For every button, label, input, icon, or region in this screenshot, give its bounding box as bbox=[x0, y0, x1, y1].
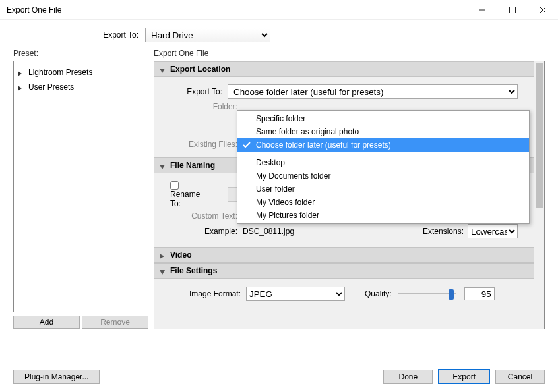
slider-thumb[interactable] bbox=[449, 289, 454, 300]
settings-column-label: Export One File bbox=[154, 45, 545, 61]
dropdown-option-label: Same folder as original photo bbox=[256, 127, 359, 136]
dropdown-option[interactable]: Desktop bbox=[237, 156, 529, 169]
section-title: File Naming bbox=[170, 161, 215, 170]
rename-to-label: Rename To: bbox=[170, 190, 200, 208]
window-title: Export One File bbox=[7, 5, 61, 14]
export-to-label: Export To: bbox=[170, 87, 228, 96]
dropdown-option-label: My Videos folder bbox=[256, 198, 315, 207]
dropdown-option-label: Specific folder bbox=[256, 114, 305, 123]
rename-to-checkbox[interactable] bbox=[170, 181, 179, 190]
check-icon bbox=[243, 141, 251, 151]
preset-column-label: Preset: bbox=[13, 45, 148, 61]
export-to-select[interactable]: Choose folder later (useful for presets) bbox=[228, 84, 518, 99]
slider-track bbox=[398, 293, 456, 294]
extensions-select[interactable]: Lowercase bbox=[468, 224, 518, 238]
section-title: Export Location bbox=[170, 65, 230, 74]
dropdown-option[interactable]: My Videos folder bbox=[237, 196, 529, 209]
dropdown-option[interactable]: Choose folder later (useful for presets) bbox=[237, 138, 529, 152]
scrollbar-thumb[interactable] bbox=[536, 63, 543, 208]
minimize-icon bbox=[479, 7, 485, 13]
done-button[interactable]: Done bbox=[383, 370, 433, 384]
chevron-right-icon bbox=[18, 69, 24, 76]
close-icon bbox=[540, 7, 546, 13]
file-settings-body: Image Format: JPEG Quality: bbox=[154, 279, 534, 306]
rename-to-control: Rename To: bbox=[170, 181, 214, 208]
chevron-down-icon bbox=[160, 66, 166, 72]
export-button[interactable]: Export bbox=[438, 369, 490, 384]
video-header[interactable]: Video bbox=[154, 247, 534, 263]
top-export-to-select[interactable]: Hard Drive bbox=[145, 28, 270, 42]
dropdown-option-label: Desktop bbox=[256, 158, 285, 167]
preset-tree[interactable]: Lightroom Presets User Presets bbox=[13, 61, 148, 312]
section-title: Video bbox=[170, 250, 191, 260]
svg-rect-1 bbox=[510, 7, 516, 13]
dropdown-option[interactable]: User folder bbox=[237, 182, 529, 196]
dropdown-option[interactable]: Specific folder bbox=[237, 112, 529, 125]
settings-scrollbar[interactable] bbox=[534, 61, 544, 329]
maximize-button[interactable] bbox=[497, 0, 528, 19]
existing-files-label: Existing Files: bbox=[170, 140, 243, 149]
chevron-right-icon bbox=[18, 84, 24, 90]
quality-slider[interactable] bbox=[398, 288, 456, 300]
section-title: File Settings bbox=[170, 266, 217, 275]
image-format-select[interactable]: JPEG bbox=[246, 287, 345, 301]
dropdown-option-label: User folder bbox=[256, 184, 295, 194]
dropdown-option-label: My Documents folder bbox=[256, 171, 330, 181]
footer: Plug-in Manager... Done Export Cancel bbox=[13, 369, 545, 384]
top-export-to-label: Export To: bbox=[13, 30, 145, 40]
example-value: DSC_0811.jpg bbox=[243, 227, 294, 236]
cancel-button[interactable]: Cancel bbox=[495, 370, 545, 384]
custom-text-label: Custom Text: bbox=[170, 211, 243, 221]
dropdown-option[interactable]: Same folder as original photo bbox=[237, 125, 529, 138]
chevron-down-icon bbox=[160, 162, 166, 169]
top-export-to-bar: Export To: Hard Drive bbox=[0, 20, 558, 45]
file-settings-header[interactable]: File Settings bbox=[154, 263, 534, 279]
chevron-down-icon bbox=[160, 267, 166, 274]
quality-input[interactable] bbox=[464, 287, 495, 300]
preset-item-label: Lightroom Presets bbox=[28, 68, 92, 77]
folder-label: Folder: bbox=[170, 102, 243, 111]
window-controls bbox=[467, 0, 558, 19]
quality-label: Quality: bbox=[365, 289, 392, 298]
preset-item-user[interactable]: User Presets bbox=[18, 80, 144, 94]
minimize-button[interactable] bbox=[467, 0, 497, 19]
export-location-header[interactable]: Export Location bbox=[154, 61, 534, 77]
separator bbox=[240, 154, 526, 154]
titlebar: Export One File bbox=[0, 0, 558, 20]
close-button[interactable] bbox=[528, 0, 558, 19]
export-to-dropdown-popup[interactable]: Specific folderSame folder as original p… bbox=[237, 110, 530, 224]
plugin-manager-button[interactable]: Plug-in Manager... bbox=[13, 370, 100, 384]
chevron-right-icon bbox=[160, 252, 166, 258]
preset-item-label: User Presets bbox=[28, 82, 74, 92]
maximize-icon bbox=[509, 7, 516, 13]
add-preset-button[interactable]: Add bbox=[13, 316, 80, 329]
dropdown-option[interactable]: My Pictures folder bbox=[237, 209, 529, 222]
dropdown-option[interactable]: My Documents folder bbox=[237, 169, 529, 182]
preset-column: Preset: Lightroom Presets User Presets A… bbox=[13, 45, 148, 329]
image-format-label: Image Format: bbox=[170, 289, 246, 298]
remove-preset-button[interactable]: Remove bbox=[82, 316, 148, 329]
extensions-label: Extensions: bbox=[423, 227, 464, 236]
dropdown-option-label: My Pictures folder bbox=[256, 211, 319, 220]
dropdown-option-label: Choose folder later (useful for presets) bbox=[256, 140, 391, 150]
preset-item-lightroom[interactable]: Lightroom Presets bbox=[18, 65, 144, 80]
example-label: Example: bbox=[170, 227, 243, 236]
